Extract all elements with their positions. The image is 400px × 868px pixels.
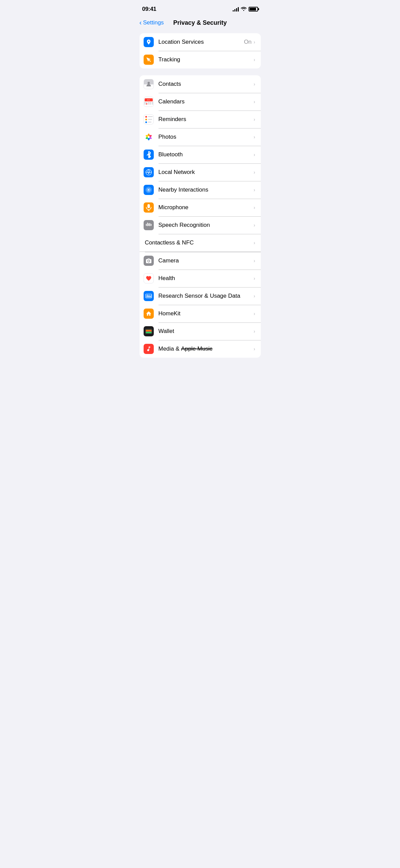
camera-icon	[144, 256, 154, 266]
speech-recognition-chevron-icon: ›	[254, 222, 255, 228]
group-location: Location Services On › Tracking ›	[140, 33, 261, 68]
svg-point-8	[148, 136, 150, 138]
reminders-icon	[144, 114, 154, 124]
row-calendars[interactable]: ●● Calendars ›	[140, 93, 261, 111]
local-network-chevron-icon: ›	[254, 170, 255, 175]
health-chevron-icon: ›	[254, 276, 255, 281]
row-microphone[interactable]: Microphone ›	[140, 199, 261, 216]
svg-rect-32	[146, 332, 151, 333]
tracking-chevron-icon: ›	[254, 57, 255, 62]
battery-icon	[249, 7, 258, 12]
row-speech-recognition[interactable]: Speech Recognition ›	[140, 216, 261, 234]
homekit-chevron-icon: ›	[254, 311, 255, 316]
back-label: Settings	[143, 19, 164, 26]
photos-chevron-icon: ›	[254, 134, 255, 140]
wallet-chevron-icon: ›	[254, 329, 255, 334]
microphone-label: Microphone	[159, 204, 254, 211]
wifi-icon	[241, 6, 247, 12]
homekit-icon	[144, 309, 154, 319]
media-apple-music-chevron-icon: ›	[254, 346, 255, 352]
location-services-chevron-icon: ›	[254, 39, 255, 45]
speech-recognition-icon	[144, 220, 154, 230]
speech-recognition-label: Speech Recognition	[159, 222, 254, 229]
nearby-interactions-label: Nearby Interactions	[159, 186, 254, 193]
location-services-value: On	[244, 39, 252, 45]
reminders-chevron-icon: ›	[254, 117, 255, 122]
media-apple-music-label: Media & Apple Music	[159, 346, 254, 352]
reminders-label: Reminders	[159, 116, 254, 123]
tracking-label: Tracking	[159, 56, 254, 63]
group-permissions: Contacts › ●● Calendars ›	[140, 75, 261, 358]
status-icons	[233, 6, 258, 12]
bluetooth-label: Bluetooth	[159, 151, 254, 158]
svg-point-10	[148, 189, 149, 191]
row-bluetooth[interactable]: Bluetooth ›	[140, 146, 261, 163]
row-wallet[interactable]: Wallet ›	[140, 322, 261, 340]
row-media-apple-music[interactable]: Media & Apple Music ›	[140, 340, 261, 358]
microphone-icon	[144, 202, 154, 213]
page-title: Privacy & Security	[173, 19, 227, 26]
calendars-chevron-icon: ›	[254, 99, 255, 104]
row-photos[interactable]: Photos ›	[140, 128, 261, 146]
row-health[interactable]: Health ›	[140, 270, 261, 287]
nav-bar: ‹ Settings Privacy & Security	[134, 16, 266, 31]
contactless-nfc-chevron-icon: ›	[254, 240, 255, 245]
svg-rect-16	[147, 223, 148, 226]
wallet-icon	[144, 326, 154, 336]
photos-icon	[144, 132, 154, 142]
row-local-network[interactable]: Local Network ›	[140, 163, 261, 181]
calendars-label: Calendars	[159, 98, 254, 105]
row-research-sensor[interactable]: Research Sensor & Usage Data ›	[140, 287, 261, 305]
svg-rect-13	[147, 204, 150, 208]
contacts-label: Contacts	[159, 81, 254, 87]
location-services-icon	[144, 37, 154, 47]
row-location-services[interactable]: Location Services On ›	[140, 33, 261, 51]
row-homekit[interactable]: HomeKit ›	[140, 305, 261, 322]
nearby-interactions-icon	[144, 185, 154, 195]
research-sensor-chevron-icon: ›	[254, 293, 255, 299]
contacts-chevron-icon: ›	[254, 81, 255, 87]
svg-rect-20	[151, 224, 151, 226]
back-button[interactable]: ‹ Settings	[140, 19, 164, 26]
research-sensor-icon	[144, 291, 154, 301]
nearby-interactions-chevron-icon: ›	[254, 187, 255, 193]
row-contacts[interactable]: Contacts ›	[140, 75, 261, 93]
photos-label: Photos	[159, 134, 254, 140]
row-camera[interactable]: Camera ›	[140, 252, 261, 270]
bluetooth-icon	[144, 150, 154, 160]
local-network-label: Local Network	[159, 169, 254, 176]
row-tracking[interactable]: Tracking ›	[140, 51, 261, 68]
svg-point-21	[148, 260, 149, 262]
svg-rect-19	[146, 224, 146, 226]
location-services-label: Location Services	[159, 39, 244, 45]
svg-point-0	[147, 82, 150, 84]
row-contactless-nfc[interactable]: Contactless & NFC ›	[140, 234, 261, 252]
calendars-icon: ●●	[144, 97, 154, 107]
contactless-nfc-label: Contactless & NFC	[145, 239, 254, 246]
wallet-label: Wallet	[159, 328, 254, 335]
health-label: Health	[159, 275, 254, 282]
camera-chevron-icon: ›	[254, 258, 255, 263]
camera-label: Camera	[159, 257, 254, 264]
contacts-icon	[144, 79, 154, 89]
back-chevron-icon: ‹	[140, 19, 142, 26]
research-sensor-label: Research Sensor & Usage Data	[159, 293, 254, 299]
svg-rect-17	[148, 223, 149, 226]
health-icon	[144, 273, 154, 283]
local-network-icon	[144, 167, 154, 177]
microphone-chevron-icon: ›	[254, 205, 255, 210]
row-reminders[interactable]: Reminders ›	[140, 111, 261, 128]
signal-icon	[233, 7, 239, 12]
row-nearby-interactions[interactable]: Nearby Interactions ›	[140, 181, 261, 199]
status-time: 09:41	[142, 6, 156, 13]
svg-rect-18	[149, 223, 150, 226]
media-apple-music-icon	[144, 344, 154, 354]
status-bar: 09:41	[134, 0, 266, 16]
tracking-icon	[144, 55, 154, 65]
homekit-label: HomeKit	[159, 310, 254, 317]
bluetooth-chevron-icon: ›	[254, 152, 255, 157]
